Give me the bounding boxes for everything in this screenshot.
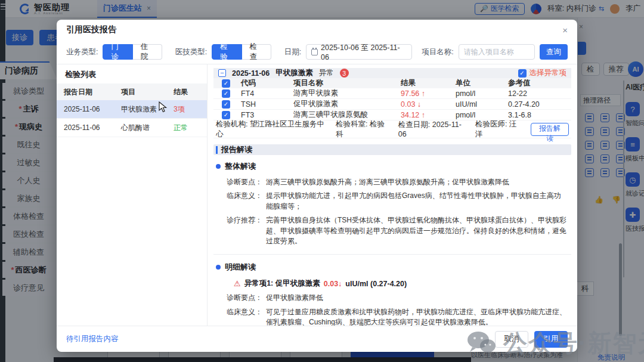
report-detail-panel: − 2025-11-06 甲状腺激素 异常 3 选择异常项 代码 项目名称 结果… bbox=[208, 64, 577, 326]
arrow-down-icon: ↓ bbox=[417, 100, 421, 109]
option-outpatient[interactable]: 门诊 bbox=[103, 44, 132, 60]
col-result: 结果 bbox=[398, 78, 453, 88]
project-name-label: 项目名称: bbox=[422, 47, 453, 57]
select-abnormal-control[interactable]: 选择异常项 bbox=[518, 68, 567, 78]
detail-title-label: 明细解读 bbox=[225, 262, 256, 273]
col-item-name: 项目名称 bbox=[291, 78, 398, 88]
date-range-picker[interactable]: 2025-10-06 至 2025-11-06 bbox=[306, 44, 412, 60]
pending-report-link[interactable]: 待引用报告内容 bbox=[66, 334, 119, 344]
result-table-header: 代码 项目名称 结果 单位 参考值 bbox=[213, 78, 571, 88]
col-reference: 参考值 bbox=[506, 78, 571, 88]
filter-bar: 业务类型: 门诊 住院 医技类型: 检验 检查 日期: 2025-10-06 至… bbox=[57, 40, 577, 64]
abnormal-label: 异常 bbox=[319, 68, 334, 78]
cell-code: FT4 bbox=[239, 89, 291, 98]
abnormal-item-unit-ref: uIU/ml (0.27-4.20) bbox=[345, 280, 407, 288]
report-group-header: − 2025-11-06 甲状腺激素 异常 3 选择异常项 bbox=[213, 68, 571, 78]
date-range-value: 2025-10-06 至 2025-11-06 bbox=[321, 43, 407, 61]
abnormal-item-1: ⚠ 异常项1: 促甲状腺激素 0.03↓ uIU/ml (0.27-4.20) bbox=[234, 279, 571, 289]
business-type-toggle: 门诊 住院 bbox=[103, 44, 162, 60]
kv-label: 诊断要点： bbox=[227, 293, 266, 303]
mouse-cursor bbox=[159, 101, 168, 113]
query-button[interactable]: 查询 bbox=[540, 44, 568, 60]
cell-reference: 12-22 bbox=[506, 89, 571, 98]
cell-code: TSH bbox=[239, 100, 291, 109]
test-list-header: 报告日期 项目 结果 bbox=[57, 83, 207, 100]
detail-diagnosis-points: 诊断要点： 促甲状腺激素降低 bbox=[227, 293, 571, 303]
test-list-row-cardiac-enzymes[interactable]: 2025-11-06 心肌酶谱 正常 bbox=[57, 119, 207, 137]
col-unit: 单位 bbox=[453, 78, 506, 88]
collapse-icon[interactable]: − bbox=[218, 69, 226, 77]
option-lab-test[interactable]: 检验 bbox=[212, 44, 242, 60]
kv-label: 诊断要点： bbox=[227, 177, 266, 187]
dialog-title: 引用医技报告 bbox=[66, 24, 116, 35]
checkbox-row[interactable] bbox=[222, 111, 230, 119]
dialog-footer: 待引用报告内容 取消 引用 bbox=[57, 326, 577, 352]
col-report-date: 报告日期 bbox=[64, 87, 121, 97]
test-list-title: 检验列表 bbox=[57, 64, 207, 83]
overall-clinical-significance: 临床意义： 提示甲状腺功能亢进，引起甲亢的病因包括Graves病、结节性毒性甲状… bbox=[227, 191, 571, 212]
interpretation-section-header: 报告解读 bbox=[213, 144, 571, 155]
close-icon[interactable]: × bbox=[562, 25, 568, 35]
bullet-icon bbox=[216, 164, 221, 169]
kv-label: 诊疗推荐： bbox=[227, 215, 266, 246]
interpret-report-button[interactable]: 报告解读 bbox=[531, 123, 569, 136]
calendar-icon bbox=[311, 49, 318, 55]
cell-unit: pmol/l bbox=[453, 89, 506, 98]
col-item: 项目 bbox=[121, 87, 174, 97]
overall-diagnosis-points: 诊断要点： 游离三碘甲状腺原氨酸升高；游离三碘甲状腺原氨酸升高；促甲状腺激素降低 bbox=[227, 177, 571, 187]
row-result: 正常 bbox=[174, 123, 200, 133]
checkbox-row[interactable] bbox=[222, 100, 230, 109]
checkbox-select-abnormal[interactable] bbox=[518, 69, 527, 78]
report-name: 甲状腺激素 bbox=[275, 68, 313, 78]
result-row-tsh[interactable]: TSH 促甲状腺激素 0.03 ↓ uIU/ml 0.27-4.20 bbox=[213, 99, 571, 110]
cell-unit: pmol/l bbox=[453, 111, 506, 119]
cell-result: 0.03 bbox=[401, 100, 415, 109]
overall-title-label: 整体解读 bbox=[225, 161, 256, 172]
cell-result: 34.12 bbox=[401, 111, 419, 119]
cancel-button[interactable]: 取消 bbox=[495, 331, 528, 348]
col-code: 代码 bbox=[239, 78, 291, 88]
tech-type-toggle: 检验 检查 bbox=[212, 44, 271, 60]
row-item: 心肌酶谱 bbox=[121, 123, 174, 133]
overall-interpretation-title: 整体解读 bbox=[216, 161, 571, 172]
kv-label: 临床意义： bbox=[227, 307, 266, 326]
cell-result: 97.56 bbox=[401, 89, 419, 98]
exam-date: 检查日期: 2025-11-06 bbox=[398, 120, 467, 138]
checkbox-select-all[interactable] bbox=[222, 79, 230, 88]
divider bbox=[213, 254, 571, 255]
lab-doctor: 检验医师: 汪洋 bbox=[475, 119, 522, 140]
cell-name: 游离甲状腺素 bbox=[291, 88, 398, 98]
col-result: 结果 bbox=[174, 87, 200, 97]
abnormal-item-title: 异常项1: 促甲状腺激素 bbox=[244, 279, 320, 289]
cell-reference: 3.1-6.8 bbox=[506, 111, 571, 119]
detail-interpretation-title: 明细解读 bbox=[216, 262, 571, 273]
cell-reference: 0.27-4.20 bbox=[506, 100, 571, 109]
row-date: 2025-11-06 bbox=[64, 105, 121, 113]
arrow-up-icon: ↑ bbox=[422, 111, 425, 119]
abnormal-count-badge: 3 bbox=[340, 69, 349, 78]
kv-text: 游离三碘甲状腺原氨酸升高；游离三碘甲状腺原氨酸升高；促甲状腺激素降低 bbox=[266, 177, 571, 187]
cite-medtech-report-dialog: 引用医技报告 × 业务类型: 门诊 住院 医技类型: 检验 检查 日期: 202… bbox=[57, 20, 577, 352]
kv-text: 提示甲状腺功能亢进，引起甲亢的病因包括Graves病、结节性毒性甲状腺肿，甲状腺… bbox=[266, 191, 571, 212]
cite-button[interactable]: 引用 bbox=[534, 331, 568, 348]
kv-text: 可见于过量应用糖皮质激素和抗甲状腺药物时，甲状腺功能亢进症、亚临床甲状腺功能亢进… bbox=[266, 307, 571, 326]
kv-label: 临床意义： bbox=[227, 191, 266, 212]
report-meta-row: 检验机构: 望江路社区卫生服务中心 检验科室: 检验科 检查日期: 2025-1… bbox=[213, 120, 571, 138]
row-result: 3项 bbox=[174, 104, 200, 115]
lab-dept: 检验科室: 检验科 bbox=[336, 119, 390, 140]
arrow-up-icon: ↑ bbox=[422, 89, 425, 98]
kv-text: 促甲状腺激素降低 bbox=[266, 293, 571, 303]
abnormal-item-value: 0.03↓ bbox=[324, 280, 342, 288]
cell-name: 游离三碘甲状腺原氨酸 bbox=[291, 110, 398, 120]
option-inpatient[interactable]: 住院 bbox=[133, 44, 162, 60]
report-date: 2025-11-06 bbox=[232, 69, 270, 78]
option-exam[interactable]: 检查 bbox=[242, 44, 271, 60]
lab-org: 检验机构: 望江路社区卫生服务中心 bbox=[216, 119, 327, 140]
result-row-ft4[interactable]: FT4 游离甲状腺素 97.56 ↑ pmol/l 12-22 bbox=[213, 88, 571, 99]
kv-text: 完善甲状腺自身抗体（TSH受体抗体、甲状腺过氧化物酶抗体、甲状腺球蛋白抗体）、甲… bbox=[266, 215, 571, 246]
test-list-row-thyroid[interactable]: 2025-11-06 甲状腺激素 3项 bbox=[57, 100, 207, 119]
checkbox-row[interactable] bbox=[222, 89, 230, 98]
business-type-label: 业务类型: bbox=[66, 47, 98, 57]
project-name-input[interactable] bbox=[459, 44, 535, 60]
date-label: 日期: bbox=[284, 47, 301, 57]
